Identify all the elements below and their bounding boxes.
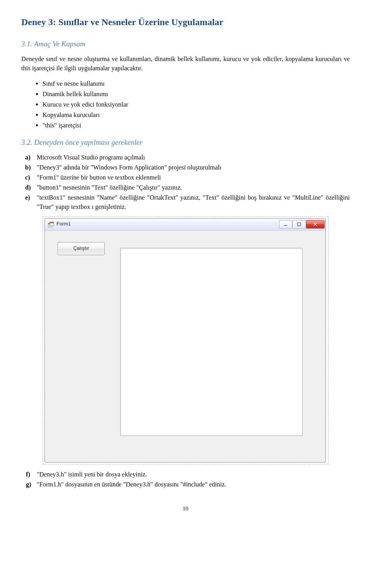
form-icon — [48, 221, 54, 227]
svg-rect-5 — [298, 223, 301, 226]
steps-list-ae: a)Microsoft Visual Studio programı açılm… — [21, 153, 350, 212]
list-item: g)"Form1.h" dosyasının en üstünde "Deney… — [37, 480, 350, 489]
list-item: "this" işaretçisi — [43, 121, 350, 130]
form-designer-figure: Form1 Çalıştır — [43, 216, 328, 464]
list-item: e)"textBox1" nesnesinin "Name" özelliğin… — [37, 193, 350, 212]
form-window: Form1 Çalıştır — [44, 218, 326, 463]
step-text: "Deney3.h" isimli yeni bir dosya ekleyin… — [37, 471, 147, 478]
list-item: b)"Deney3" adında bir "Windows Form Appl… — [37, 163, 350, 172]
step-marker: e) — [25, 193, 30, 202]
form-client-area: Çalıştır — [45, 230, 325, 462]
calistir-button[interactable]: Çalıştır — [58, 242, 105, 255]
step-text: "Deney3" adında bir "Windows Form Applic… — [37, 164, 221, 171]
list-item: Dinamik bellek kullanımı — [43, 90, 350, 99]
list-item: d)"button1" nesnesinin "Text" özelliğine… — [37, 183, 350, 192]
step-text: "button1" nesnesinin "Text" özelliğine "… — [37, 184, 182, 191]
page-number: 10 — [21, 505, 350, 513]
step-text: "textBox1" nesnesinin "Name" özelliğine … — [37, 194, 350, 210]
button-label: Çalıştır — [73, 245, 89, 252]
step-text: Microsoft Visual Studio programı açılmal… — [37, 154, 145, 161]
minimize-button[interactable] — [279, 220, 292, 229]
list-item: Kurucu ve yok edici fonksiyonlar — [43, 100, 350, 109]
topic-bullet-list: Sınıf ve nesne kullanımı Dinamik bellek … — [21, 79, 350, 130]
step-marker: a) — [25, 153, 31, 162]
step-marker: g) — [26, 480, 31, 489]
step-marker: c) — [25, 173, 30, 182]
section-31-heading: 3.1. Amaç Ve Kapsam — [21, 39, 350, 49]
list-item: a)Microsoft Visual Studio programı açılm… — [37, 153, 350, 162]
window-title: Form1 — [56, 220, 279, 228]
steps-list-fg: f)"Deney3.h" isimli yeni bir dosya ekley… — [21, 470, 350, 489]
step-text: "Form1.h" dosyasının en üstünde "Deney3.… — [37, 481, 226, 488]
step-marker: b) — [25, 163, 31, 172]
svg-rect-3 — [50, 222, 54, 223]
list-item: c)"Form1" üzerine bir button ve textbox … — [37, 173, 350, 182]
close-button[interactable] — [306, 220, 325, 229]
ortaktext-textbox[interactable] — [120, 248, 303, 436]
maximize-button[interactable] — [293, 220, 306, 229]
list-item: Kopyalama kurucuları — [43, 110, 350, 120]
step-text: "Form1" üzerine bir button ve textbox ek… — [37, 174, 161, 181]
window-titlebar: Form1 — [45, 219, 325, 230]
document-title: Deney 3: Sınıflar ve Nesneler Üzerine Uy… — [21, 15, 350, 29]
step-marker: f) — [26, 470, 30, 479]
list-item: Sınıf ve nesne kullanımı — [43, 79, 350, 88]
section-32-heading: 3.2. Deneyden önce yapılması gerekenler — [21, 137, 350, 148]
step-marker: d) — [25, 183, 31, 192]
list-item: f)"Deney3.h" isimli yeni bir dosya ekley… — [37, 470, 350, 479]
intro-paragraph: Deneyde sınıf ve nesne oluşturma ve kull… — [21, 54, 350, 73]
window-controls — [279, 220, 325, 229]
